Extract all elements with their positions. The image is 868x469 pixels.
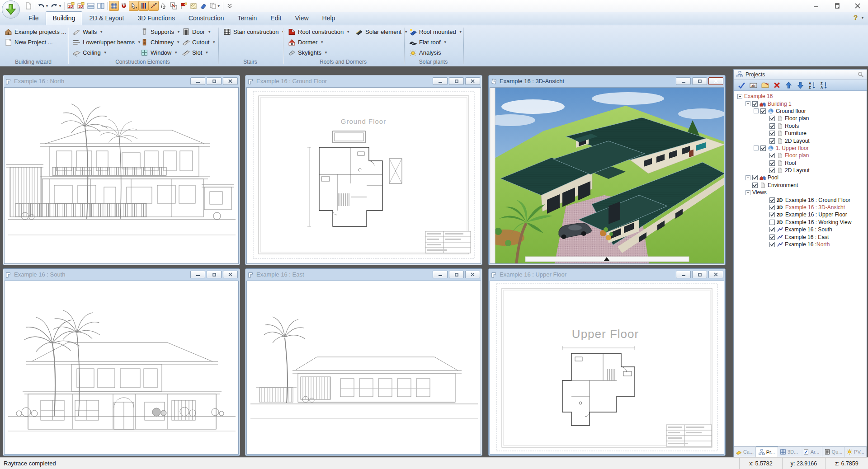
minimize-button[interactable] xyxy=(676,271,691,278)
ribbon-item-stair-construction[interactable]: Stair construction▼ xyxy=(222,27,283,37)
ribbon-item-walls[interactable]: Walls▼ xyxy=(71,27,139,37)
collapse-icon[interactable] xyxy=(754,145,759,150)
window-3d-titlebar[interactable]: Example 16 : 3D-Ansicht xyxy=(489,75,725,87)
edit-properties-button[interactable] xyxy=(761,81,769,89)
minimize-button[interactable] xyxy=(190,77,205,85)
collapse-icon[interactable] xyxy=(745,101,750,106)
pointer-button[interactable] xyxy=(159,1,169,11)
window-upper-floor[interactable]: Example 16 : Upper Floor Upper Floor xyxy=(488,268,726,456)
ribbon-item-ceiling[interactable]: Ceiling▼ xyxy=(71,47,139,58)
tree-item-floor-plan[interactable]: Floor plan xyxy=(736,115,866,122)
checkbox[interactable] xyxy=(769,242,775,247)
close-button[interactable] xyxy=(708,271,723,278)
close-button[interactable] xyxy=(465,77,480,85)
tab-construction[interactable]: Construction xyxy=(182,12,231,25)
ribbon-item-flat-roof[interactable]: Flat roof▼ xyxy=(408,37,463,47)
ribbon-item-chimney[interactable]: Chimney▼ xyxy=(139,37,181,47)
hatch-button[interactable] xyxy=(189,1,198,11)
tree-item-roofs[interactable]: Roofs xyxy=(736,122,866,130)
expand-icon[interactable] xyxy=(745,175,750,180)
tree-item-2d-layout[interactable]: 2D Layout xyxy=(736,137,866,144)
2d-view-button[interactable]: 2D xyxy=(66,1,76,11)
split-vertical-button[interactable] xyxy=(96,1,106,11)
tree-item-pool[interactable]: Pool xyxy=(736,174,866,181)
close-button[interactable] xyxy=(223,271,238,278)
transfer-view-button[interactable] xyxy=(169,1,179,11)
tree-item-floor-plan[interactable]: Floor plan xyxy=(736,152,866,159)
tree-item-roof[interactable]: Roof xyxy=(736,159,866,167)
checkbox[interactable] xyxy=(769,123,775,129)
checkbox[interactable] xyxy=(752,175,758,180)
checkbox[interactable] xyxy=(769,160,775,166)
ribbon-item-lower-upper-beams[interactable]: Lower/upper beams▼ xyxy=(71,37,139,47)
sort-z-a-button[interactable]: ZA xyxy=(820,81,828,89)
checkbox[interactable] xyxy=(752,101,758,107)
restore-button[interactable] xyxy=(449,77,464,85)
delete-button[interactable] xyxy=(773,81,781,89)
tree-item-example-16-east[interactable]: Example 16 : East xyxy=(736,233,866,240)
checkbox[interactable] xyxy=(769,205,775,210)
tree-item-example-16-working-view[interactable]: 2DExample 16 : Working View xyxy=(736,219,866,226)
tree-item-ground-floor[interactable]: Ground floor xyxy=(736,108,866,115)
checkbox[interactable] xyxy=(769,168,775,173)
window-south[interactable]: Example 16 : South xyxy=(3,268,240,456)
3d-view-button[interactable]: 3D xyxy=(76,1,86,11)
tab-view[interactable]: View xyxy=(288,12,315,25)
tree-item-views[interactable]: Views xyxy=(736,189,866,196)
checkbox[interactable] xyxy=(769,220,775,225)
apply-button[interactable] xyxy=(737,81,745,89)
minimize-button[interactable] xyxy=(190,271,205,278)
rename-button[interactable]: abl xyxy=(749,81,757,89)
restore-button[interactable] xyxy=(449,271,464,278)
window-south-titlebar[interactable]: Example 16 : South xyxy=(3,269,240,280)
ribbon-item-door[interactable]: Door▼ xyxy=(181,27,217,37)
tab-building[interactable]: Building xyxy=(46,11,83,25)
close-button[interactable] xyxy=(223,77,238,85)
window-north[interactable]: Example 16 : North xyxy=(3,75,240,265)
panel-tab-pv[interactable]: PV... xyxy=(844,447,867,457)
checkbox[interactable] xyxy=(752,183,758,188)
checkbox[interactable] xyxy=(760,145,766,151)
ribbon-item-supports[interactable]: Supports▼ xyxy=(139,27,181,37)
restore-button[interactable] xyxy=(692,77,707,85)
checkbox[interactable] xyxy=(769,234,775,240)
snap-button[interactable] xyxy=(119,1,129,11)
redo-button[interactable]: ▼ xyxy=(50,1,63,11)
split-horizontal-button[interactable] xyxy=(86,1,96,11)
panel-tab-pr[interactable]: Pr... xyxy=(756,446,778,457)
move-down-button[interactable] xyxy=(796,81,804,89)
elevation-drawing-east[interactable] xyxy=(246,281,481,455)
tab-terrain[interactable]: Terrain xyxy=(231,12,264,25)
tree-item-building-1[interactable]: Building 1 xyxy=(736,100,866,107)
ribbon-item-new-project[interactable]: New Project ... xyxy=(3,37,66,47)
tab-2d-layout[interactable]: 2D & Layout xyxy=(82,12,131,25)
app-logo-button[interactable] xyxy=(2,0,20,19)
ribbon-item-skylights[interactable]: Skylights▼ xyxy=(287,47,354,58)
render-3d-view[interactable] xyxy=(490,87,724,264)
ribbon-item-solar-element[interactable]: Solar element▼ xyxy=(354,27,405,37)
app-minimize-button[interactable] xyxy=(806,0,826,12)
checkbox[interactable] xyxy=(760,108,766,114)
restore-button[interactable] xyxy=(207,271,222,278)
minimize-button[interactable] xyxy=(433,77,448,85)
tree-item-furniture[interactable]: Furniture xyxy=(736,130,866,137)
collapse-icon[interactable] xyxy=(754,108,759,113)
new-button[interactable] xyxy=(24,1,33,11)
tree-item-example-16-north[interactable]: Example 16 : North xyxy=(736,241,866,248)
panel-tab-ca[interactable]: Ca... xyxy=(734,447,756,457)
toolbar-overflow-button[interactable] xyxy=(225,1,235,11)
window-3d-ansicht[interactable]: Example 16 : 3D-Ansicht xyxy=(488,75,726,265)
checkbox[interactable] xyxy=(769,153,775,158)
window-ground-floor[interactable]: Example 16 : Ground Floor Ground Floor xyxy=(245,75,482,265)
ribbon-item-slot[interactable]: Slot▼ xyxy=(181,47,217,58)
ribbon-item-analysis[interactable]: Analysis xyxy=(408,47,463,58)
tree-item-example-16-ground-floor[interactable]: 2DExample 16 : Ground Floor xyxy=(736,196,866,203)
collapse-icon[interactable] xyxy=(745,190,750,195)
magnifier-icon[interactable] xyxy=(857,71,864,78)
projects-panel-header[interactable]: Projects xyxy=(734,70,867,80)
checkbox[interactable] xyxy=(769,227,775,232)
close-button[interactable] xyxy=(465,271,480,278)
tree-item-1-upper-floor[interactable]: 1. Upper floor xyxy=(736,145,866,152)
minimize-button[interactable] xyxy=(433,271,448,278)
app-close-button[interactable] xyxy=(847,0,868,12)
